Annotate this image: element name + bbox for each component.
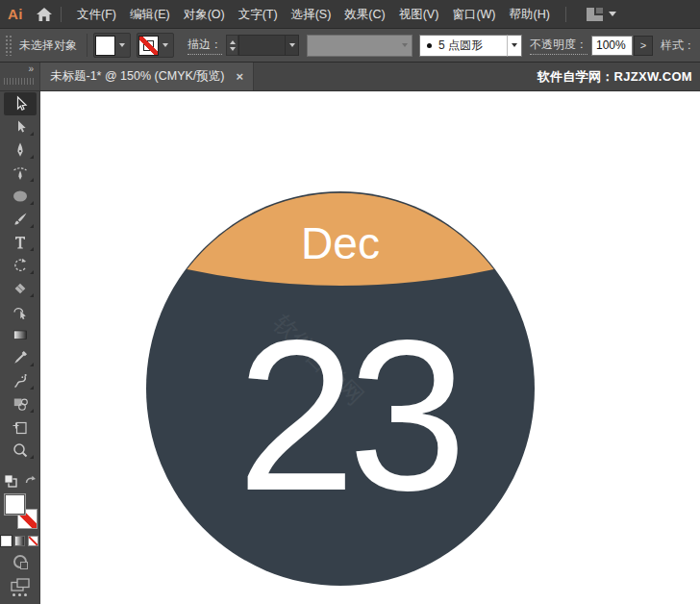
direct-selection-tool[interactable] (4, 115, 37, 138)
stroke-weight-stepper[interactable] (226, 35, 238, 56)
panel-grip[interactable] (5, 35, 12, 56)
style-label: 样式： (661, 38, 695, 54)
menu-separator (61, 7, 62, 22)
menu-bar: Ai 文件(F) 编辑(E) 对象(O) 文字(T) 选择(S) 效果(C) 视… (0, 0, 700, 29)
menu-window[interactable]: 窗口(W) (445, 0, 502, 29)
stroke-weight-field[interactable] (238, 35, 285, 56)
document-tab-title: 未标题-1* @ 150% (CMYK/预览) (50, 68, 224, 85)
magnifier-icon (12, 441, 29, 459)
rotate-tool[interactable] (4, 254, 37, 277)
tools-panel (0, 91, 40, 604)
menu-file[interactable]: 文件(F) (70, 0, 123, 29)
chevron-down-icon (119, 43, 125, 47)
edit-toolbar-ellipsis-icon[interactable] (12, 593, 27, 596)
brush-definition-field[interactable]: 5 点圆形 (419, 35, 508, 57)
stroke-weight-dropdown[interactable] (285, 35, 299, 56)
eyedropper-icon (12, 349, 29, 366)
symbol-sprayer-tool[interactable] (4, 369, 37, 392)
calendar-artwork[interactable]: Dec 23 软件自学网 (40, 91, 700, 604)
direct-selection-arrow-icon (12, 118, 29, 136)
close-icon[interactable]: × (236, 70, 243, 83)
menu-object[interactable]: 对象(O) (177, 0, 232, 29)
blend-shapes-icon (12, 395, 29, 413)
menu-view[interactable]: 视图(V) (392, 0, 446, 29)
workspace-layout-icon (587, 8, 603, 21)
calendar-day-text: 23 (238, 296, 460, 535)
stepper-down-icon (230, 47, 236, 51)
rotate-arrow-icon (12, 257, 29, 274)
selection-status: 未选择对象 (19, 38, 77, 54)
selection-arrow-icon (12, 95, 29, 113)
fill-stroke-indicator (2, 493, 38, 530)
document-tab-bar: » 未标题-1* @ 150% (CMYK/预览) × 软件自学网：RJZXW.… (0, 63, 700, 91)
brush-definition-combo: 5 点圆形 (419, 35, 522, 57)
tools-panel-header: » (0, 63, 40, 90)
fill-color-swatch[interactable] (95, 36, 115, 56)
stroke-color-swatch-none[interactable] (138, 36, 159, 56)
draw-behind-icon[interactable] (10, 577, 31, 592)
selection-tool[interactable] (4, 92, 37, 115)
curvature-tool[interactable] (4, 162, 37, 185)
fill-swatch-white[interactable] (4, 493, 26, 516)
site-credit-text: 软件自学网：RJZXW.COM (538, 63, 700, 90)
eraser-tool[interactable] (4, 277, 37, 300)
control-separator (87, 34, 88, 57)
ai-logo: Ai (8, 6, 23, 22)
brush-preview-dot-icon (427, 43, 432, 48)
brush-dropdown[interactable] (508, 35, 522, 57)
menu-select[interactable]: 选择(S) (285, 0, 338, 29)
opacity-input[interactable] (591, 36, 633, 56)
width-profile-dropdown-disabled (307, 35, 412, 57)
gradient-button[interactable] (14, 536, 25, 546)
draw-mode-button[interactable] (13, 555, 27, 568)
ellipse-tool[interactable] (4, 185, 37, 208)
type-tool[interactable] (4, 231, 37, 254)
symbol-sprayer-icon (12, 372, 29, 390)
shaper-tool[interactable] (4, 300, 37, 323)
illustrator-window: Ai 文件(F) 编辑(E) 对象(O) 文字(T) 选择(S) 效果(C) 视… (0, 0, 700, 604)
menu-edit[interactable]: 编辑(E) (123, 0, 177, 29)
default-fill-stroke-icon[interactable] (3, 473, 18, 489)
gradient-swatch-icon (12, 326, 29, 343)
blend-tool[interactable] (4, 392, 37, 415)
opacity-panel-link[interactable]: 不透明度： (530, 37, 588, 55)
fill-color-dropdown[interactable] (115, 36, 129, 56)
stroke-color-combo (137, 33, 174, 58)
collapse-panel-icon[interactable]: » (28, 64, 34, 74)
shaper-icon (12, 303, 29, 320)
paintbrush-icon (12, 211, 29, 228)
chevron-down-icon (162, 43, 168, 47)
stepper-up-icon (230, 40, 236, 44)
type-T-icon (12, 234, 29, 251)
curvature-pen-icon (12, 164, 29, 182)
artboard-page-icon (12, 418, 29, 436)
menu-type[interactable]: 文字(T) (232, 0, 285, 29)
menu-effect[interactable]: 效果(C) (338, 0, 391, 29)
chevron-down-icon (512, 43, 517, 47)
zoom-tool[interactable] (4, 439, 37, 462)
stroke-panel-link[interactable]: 描边： (188, 37, 222, 55)
menu-separator (565, 7, 566, 22)
fill-stroke-controls (3, 471, 38, 491)
document-tab[interactable]: 未标题-1* @ 150% (CMYK/预览) × (40, 63, 254, 90)
menu-help[interactable]: 帮助(H) (503, 0, 557, 29)
none-button[interactable] (28, 536, 38, 546)
main-area: Dec 23 软件自学网 (0, 91, 700, 604)
pen-tool[interactable] (4, 138, 37, 162)
gradient-tool[interactable] (4, 323, 37, 346)
artboard-canvas[interactable]: Dec 23 软件自学网 (40, 91, 700, 604)
swap-fill-stroke-icon[interactable] (23, 474, 38, 489)
eyedropper-tool[interactable] (4, 346, 37, 369)
home-icon[interactable] (37, 8, 52, 21)
workspace-switcher[interactable] (587, 8, 616, 21)
stroke-color-dropdown[interactable] (159, 36, 172, 56)
artboard-tool[interactable] (4, 415, 37, 439)
opacity-options-button[interactable]: > (634, 36, 653, 56)
color-button[interactable] (1, 536, 12, 546)
eraser-icon (12, 280, 29, 297)
paintbrush-tool[interactable] (4, 208, 37, 231)
chevron-down-icon (609, 12, 616, 16)
control-bar: 未选择对象 描边： 5 点圆形 不透明度： > (0, 29, 700, 63)
tools-panel-grip[interactable] (4, 78, 35, 85)
pen-nib-icon (12, 141, 29, 159)
